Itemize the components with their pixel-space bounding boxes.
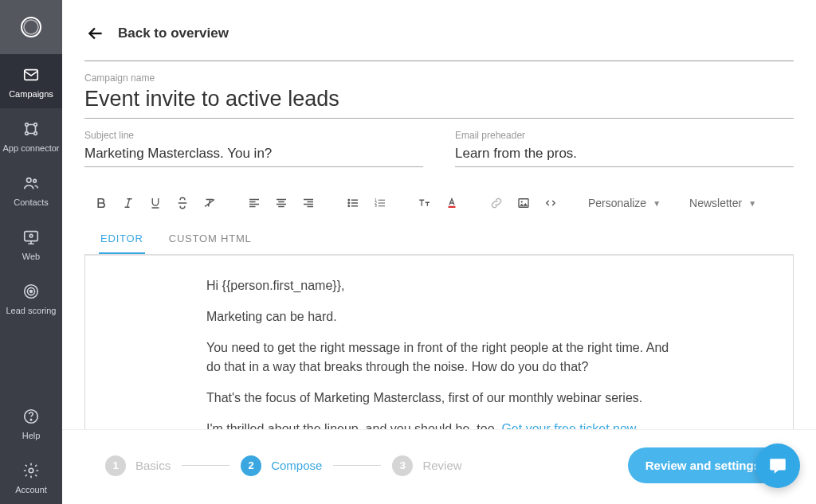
campaign-name-label: Campaign name (84, 72, 794, 84)
template-label: Newsletter (689, 197, 742, 209)
sidebar-item-contacts[interactable]: Contacts (0, 162, 62, 217)
step-label: Review (422, 459, 461, 472)
body-paragraph: Hi {{person.first_name}}, (206, 276, 672, 295)
back-row: Back to overview (84, 0, 794, 61)
sidebar-item-account[interactable]: Account (0, 450, 62, 504)
svg-rect-9 (25, 232, 38, 241)
tab-editor[interactable]: EDITOR (99, 228, 145, 254)
svg-point-15 (30, 419, 31, 420)
sidebar-item-label: App connector (3, 143, 60, 153)
svg-point-4 (34, 123, 37, 127)
bullet-list-button[interactable] (341, 191, 365, 215)
subject-value[interactable]: Marketing Masterclass. You in? (84, 143, 423, 167)
chevron-down-icon: ▼ (653, 199, 661, 208)
link-button[interactable] (484, 191, 508, 215)
template-dropdown[interactable]: Newsletter ▼ (685, 197, 761, 209)
code-button[interactable] (539, 191, 563, 215)
sidebar-item-lead-scoring[interactable]: Lead scoring (0, 271, 62, 325)
tab-custom-html[interactable]: CUSTOM HTML (167, 228, 253, 254)
subject-field[interactable]: Subject line Marketing Masterclass. You … (84, 119, 423, 167)
sidebar: Campaigns App connector Contacts Web Lea… (0, 0, 62, 504)
step-divider (333, 465, 381, 466)
svg-point-18 (348, 202, 350, 204)
preheader-field[interactable]: Email preheader Learn from the pros. (455, 119, 794, 167)
campaign-name-field[interactable]: Campaign name Event invite to active lea… (84, 61, 794, 119)
bold-button[interactable] (89, 191, 113, 215)
app-logo (0, 0, 62, 54)
step-number: 2 (241, 455, 261, 476)
strikethrough-button[interactable] (171, 191, 194, 215)
web-icon (22, 228, 41, 247)
svg-point-17 (348, 200, 350, 201)
editor-tabs: EDITOR CUSTOM HTML (84, 221, 794, 256)
svg-point-6 (34, 132, 37, 135)
body-paragraph: That's the focus of Marketing Masterclas… (206, 389, 672, 407)
sidebar-item-label: Account (15, 485, 47, 494)
button-label: Review and settings (645, 459, 760, 472)
align-left-button[interactable] (242, 191, 266, 215)
personalize-label: Personalize (588, 197, 646, 209)
personalize-dropdown[interactable]: Personalize ▼ (583, 197, 665, 209)
svg-point-25 (521, 201, 523, 202)
step-review[interactable]: 3 Review (392, 455, 461, 476)
stepper: 1 Basics 2 Compose 3 Review (105, 455, 462, 476)
svg-rect-23 (449, 206, 456, 208)
sidebar-item-label: Contacts (14, 197, 48, 207)
clear-format-button[interactable] (198, 191, 222, 215)
svg-point-16 (29, 468, 33, 473)
step-number: 3 (392, 455, 413, 476)
svg-point-13 (30, 291, 33, 293)
logo-icon (19, 15, 43, 39)
sidebar-item-web[interactable]: Web (0, 217, 62, 271)
body-paragraph: Marketing can be hard. (206, 307, 672, 326)
step-divider (182, 465, 230, 466)
svg-point-19 (348, 205, 350, 207)
editor-toolbar: 123 Personalize ▼ Newsletter ▼ (84, 185, 794, 221)
sidebar-item-campaigns[interactable]: Campaigns (0, 54, 62, 108)
text-color-button[interactable] (440, 191, 464, 215)
numbered-list-button[interactable]: 123 (368, 191, 392, 215)
campaign-name-value[interactable]: Event invite to active leads (84, 85, 794, 119)
gear-icon (22, 461, 41, 480)
step-basics[interactable]: 1 Basics (105, 455, 171, 476)
back-label: Back to overview (118, 25, 229, 41)
subject-label: Subject line (84, 130, 423, 141)
sidebar-item-app-connector[interactable]: App connector (0, 108, 62, 162)
connector-icon (22, 119, 41, 139)
svg-point-1 (24, 20, 38, 34)
editor-body[interactable]: Hi {{person.first_name}}, Marketing can … (84, 254, 794, 431)
text-size-button[interactable] (413, 191, 437, 215)
back-button[interactable] (84, 22, 107, 45)
chevron-down-icon: ▼ (748, 199, 756, 208)
body-paragraph: You need to get the right message in fro… (206, 338, 672, 375)
italic-button[interactable] (116, 191, 140, 215)
svg-point-3 (26, 123, 29, 127)
sidebar-item-label: Campaigns (9, 89, 53, 99)
align-center-button[interactable] (269, 191, 293, 215)
sidebar-item-label: Help (22, 431, 41, 440)
sidebar-item-help[interactable]: Help (0, 396, 62, 450)
step-label: Compose (271, 459, 322, 472)
step-number: 1 (105, 455, 126, 476)
sidebar-item-label: Lead scoring (6, 306, 57, 315)
image-button[interactable] (512, 191, 536, 215)
svg-point-10 (29, 234, 33, 237)
preheader-value[interactable]: Learn from the pros. (455, 143, 794, 167)
contacts-icon (22, 174, 41, 193)
svg-text:3: 3 (375, 204, 377, 208)
step-label: Basics (135, 459, 171, 472)
main-content: Back to overview Campaign name Event inv… (62, 0, 816, 504)
preheader-label: Email preheader (455, 130, 794, 141)
underline-button[interactable] (143, 191, 167, 215)
svg-point-5 (26, 132, 29, 135)
step-compose[interactable]: 2 Compose (241, 455, 322, 476)
help-icon (22, 407, 41, 426)
chat-icon (767, 455, 788, 476)
align-right-button[interactable] (296, 191, 320, 215)
svg-point-8 (33, 179, 37, 182)
sidebar-item-label: Web (22, 252, 40, 261)
chat-launcher[interactable] (755, 443, 800, 488)
stepper-footer: 1 Basics 2 Compose 3 Review Review and s… (62, 429, 816, 504)
target-icon (22, 282, 41, 301)
arrow-left-icon (85, 23, 106, 44)
